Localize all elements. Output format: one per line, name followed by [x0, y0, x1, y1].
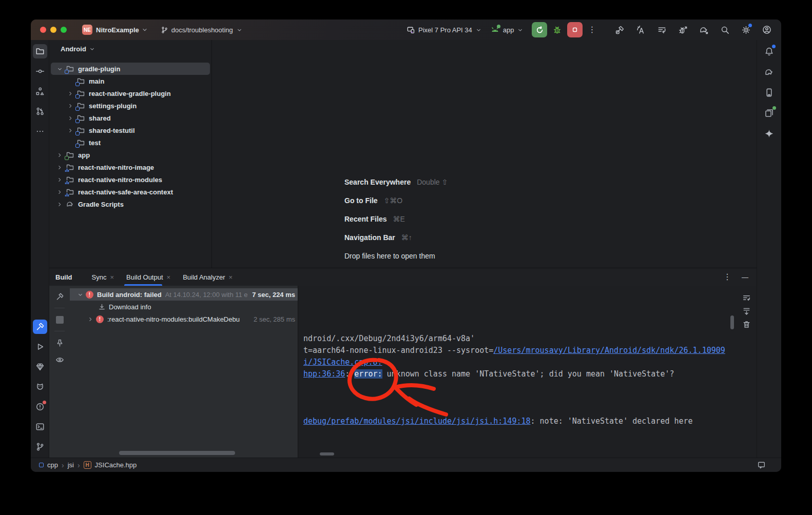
device-selector[interactable]: Pixel 7 Pro API 34: [407, 26, 482, 34]
chevron-right-icon[interactable]: [86, 315, 94, 323]
vertical-scrollbar[interactable]: [730, 315, 734, 329]
git-branch-icon: [161, 26, 168, 34]
tab-build-output[interactable]: Build Output ×: [120, 268, 177, 286]
module-folder-icon: [76, 138, 85, 147]
hide-panel-icon[interactable]: —: [742, 273, 748, 281]
options-menu-icon[interactable]: ⋮: [723, 273, 731, 281]
debug-button[interactable]: [552, 25, 562, 35]
tab-label: Build Analyzer: [183, 273, 225, 281]
chevron-down-icon[interactable]: [55, 65, 64, 73]
chevron-right-icon[interactable]: [55, 200, 64, 208]
chevron-right-icon[interactable]: [66, 102, 74, 110]
chevron-right-icon[interactable]: [55, 175, 64, 184]
build-panel-title[interactable]: Build: [55, 273, 72, 281]
gemini-button[interactable]: [762, 126, 777, 141]
vcs-branch-widget[interactable]: docs/troubleshooting: [161, 26, 243, 34]
scroll-to-end-icon[interactable]: [741, 305, 752, 316]
soft-wrap-icon[interactable]: [741, 292, 752, 303]
horizontal-scrollbar[interactable]: [320, 452, 334, 455]
settings-icon[interactable]: [741, 25, 751, 35]
tree-item-main[interactable]: main: [49, 75, 211, 87]
run-configuration-selector[interactable]: app: [490, 25, 524, 35]
console-file-link[interactable]: i/JSICache.cpp:8:: [303, 358, 382, 367]
restart-build-icon[interactable]: [53, 290, 66, 303]
version-control-tool-button[interactable]: [33, 440, 47, 454]
project-tool-button[interactable]: [33, 44, 47, 58]
more-tool-windows-button[interactable]: [33, 124, 47, 138]
tree-item-react-native-nitro-image[interactable]: react-native-nitro-image: [49, 161, 211, 173]
tree-item-test[interactable]: test: [49, 136, 211, 149]
running-devices-button[interactable]: [762, 106, 777, 120]
breadcrumb[interactable]: jsi: [68, 461, 74, 469]
chevron-right-icon[interactable]: [55, 188, 64, 196]
run-tool-button[interactable]: [33, 340, 47, 354]
breadcrumb[interactable]: cpp: [47, 461, 58, 469]
structure-tool-button[interactable]: [33, 84, 47, 98]
pull-requests-tool-button[interactable]: [33, 104, 47, 118]
tree-item-shared[interactable]: shared: [49, 112, 211, 124]
console-file-link[interactable]: /Users/mrousavy/Library/Android/sdk/ndk/…: [493, 346, 725, 355]
terminal-tool-button[interactable]: [33, 420, 47, 434]
tree-item-app[interactable]: app: [49, 149, 211, 161]
gradle-sync-icon[interactable]: [699, 25, 709, 35]
build-tool-button[interactable]: [33, 320, 47, 334]
view-options-icon[interactable]: [53, 353, 66, 366]
tree-item-gradle-plugin[interactable]: gradle-plugin: [51, 63, 210, 75]
run-toolbar: Pixel 7 Pro API 34 app ⋮: [407, 19, 596, 40]
build-project-icon[interactable]: [614, 25, 625, 35]
gradle-tool-button[interactable]: [762, 65, 777, 79]
main-area: Android gradle-plugin main: [31, 40, 781, 458]
commit-tool-button[interactable]: [33, 64, 47, 78]
build-variants-icon[interactable]: [656, 25, 667, 35]
stop-button[interactable]: [567, 22, 583, 37]
tree-item-shared-testutil[interactable]: shared-testutil: [49, 124, 211, 136]
build-node-download-info[interactable]: Download info: [70, 301, 298, 313]
breadcrumb[interactable]: JSICache.hpp: [95, 461, 137, 469]
project-view-selector[interactable]: Android: [49, 40, 211, 57]
chevron-down-icon[interactable]: [141, 26, 148, 33]
app-quality-insights-tool-button[interactable]: [33, 360, 47, 374]
logcat-tool-button[interactable]: [33, 380, 47, 394]
tab-sync[interactable]: Sync ×: [86, 268, 121, 286]
search-everywhere-icon[interactable]: [720, 25, 730, 35]
device-manager-button[interactable]: [762, 85, 777, 100]
tree-item-settings-plugin[interactable]: settings-plugin: [49, 100, 211, 112]
build-node-task[interactable]: ! :react-native-nitro-modules:buildCMake…: [70, 313, 298, 325]
chevron-right-icon[interactable]: [66, 126, 74, 134]
project-selector-label[interactable]: NitroExample: [96, 26, 139, 34]
build-root-node[interactable]: ! Build android: failed At 14.10.24, 12:…: [70, 288, 298, 301]
chevron-down-icon: [475, 27, 482, 33]
problems-tool-button[interactable]: [33, 400, 47, 414]
apply-changes-icon[interactable]: [635, 25, 646, 35]
notifications-button[interactable]: [762, 44, 777, 58]
rerun-button[interactable]: [532, 22, 547, 37]
notifications-bubble-icon[interactable]: [757, 461, 766, 469]
console-file-link[interactable]: debug/prefab/modules/jsi/include/jsi/jsi…: [303, 417, 531, 426]
close-window-button[interactable]: [40, 27, 46, 33]
clear-all-icon[interactable]: [741, 319, 752, 330]
close-icon[interactable]: ×: [167, 273, 171, 281]
device-name: Pixel 7 Pro API 34: [418, 26, 472, 34]
zoom-window-button[interactable]: [61, 27, 67, 33]
profile-icon[interactable]: [762, 25, 772, 35]
hint-label: Search Everywhere: [344, 178, 411, 186]
horizontal-scrollbar[interactable]: [119, 451, 235, 455]
chevron-right-icon[interactable]: [55, 151, 64, 159]
tab-build-analyzer[interactable]: Build Analyzer ×: [177, 268, 239, 286]
tree-item-react-native-safe-area-context[interactable]: react-native-safe-area-context: [49, 186, 211, 198]
pin-tab-icon[interactable]: [53, 336, 66, 349]
close-icon[interactable]: ×: [229, 273, 233, 281]
build-output-tree: ! Build android: failed At 14.10.24, 12:…: [70, 286, 298, 458]
more-actions-icon[interactable]: ⋮: [588, 26, 596, 34]
chevron-down-icon[interactable]: [76, 290, 84, 299]
chevron-right-icon[interactable]: [66, 114, 74, 122]
tree-item-gradle-scripts[interactable]: Gradle Scripts: [49, 198, 211, 210]
tree-item-react-native-nitro-modules[interactable]: react-native-nitro-modules: [49, 173, 211, 186]
profiler-icon[interactable]: [678, 25, 688, 35]
chevron-right-icon[interactable]: [66, 89, 74, 97]
chevron-right-icon[interactable]: [55, 163, 64, 171]
close-icon[interactable]: ×: [110, 273, 114, 281]
console-file-link[interactable]: hpp:36:36: [303, 369, 345, 379]
tree-item-react-native-gradle-plugin[interactable]: react-native-gradle-plugin: [49, 87, 211, 100]
minimize-window-button[interactable]: [50, 27, 56, 33]
